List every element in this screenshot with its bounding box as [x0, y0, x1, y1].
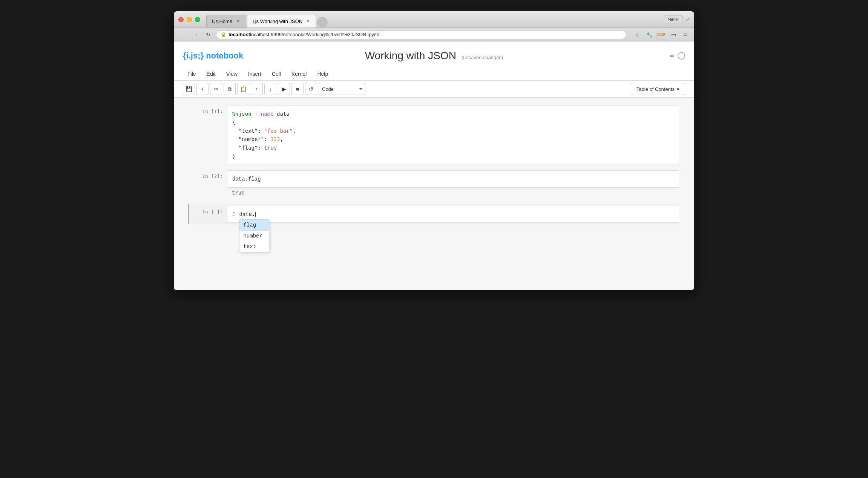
toc-button[interactable]: Table of Contents ▾: [631, 83, 685, 95]
cell-2-input-area: data.flag true: [227, 170, 679, 198]
maximize-button[interactable]: [195, 17, 200, 22]
cell-2-prompt: In [2]:: [189, 170, 223, 179]
url-text: localhostlocalhost:9999/notebooks/Workin…: [229, 32, 379, 37]
cell-2-output: true: [227, 188, 679, 198]
toolbar: 💾 + ✂ ⧉ 📋 ↑ ↓ ▶ ■ ↺ Code Markdown Raw NB…: [174, 81, 694, 98]
cell-2-code[interactable]: data.flag: [227, 170, 679, 187]
forward-button[interactable]: →: [190, 30, 200, 40]
autocomplete-item-flag[interactable]: flag: [239, 220, 269, 230]
cell-3-code[interactable]: 1 data. flag number text: [227, 206, 679, 223]
url-bar: ← → ↻ 🔒 localhostlocalhost:9999/notebook…: [174, 28, 694, 41]
cell-3-code-area: data. flag number text: [239, 210, 256, 219]
new-tab-button[interactable]: [317, 17, 328, 28]
move-down-button[interactable]: ↓: [264, 83, 276, 95]
move-up-button[interactable]: ↑: [251, 83, 263, 95]
window-maximize-icon[interactable]: ⤢: [686, 17, 690, 22]
cell-type-select[interactable]: Code Markdown Raw NBConvert Heading: [319, 83, 365, 95]
menu-view[interactable]: View: [222, 69, 242, 78]
circle-icon[interactable]: [678, 52, 685, 60]
cell-1-input-area: %%json --name data { "text": "foo bar", …: [227, 106, 679, 164]
autocomplete-item-number[interactable]: number: [239, 231, 269, 241]
lock-icon: 🔒: [221, 32, 226, 37]
notebook-title: Working with JSON (unsaved changes): [365, 50, 503, 62]
cell-3-prompt: In [ ]:: [189, 206, 223, 214]
close-button[interactable]: [178, 17, 184, 22]
cut-button[interactable]: ✂: [210, 83, 222, 95]
menu-file[interactable]: File: [183, 69, 201, 78]
tab-json[interactable]: i.js Working with JSON ✕: [247, 15, 316, 28]
extensions-icon[interactable]: 🔧: [644, 30, 654, 40]
notebook-area: {i.js;} notebook Working with JSON (unsa…: [174, 41, 694, 290]
minimize-button[interactable]: [187, 17, 192, 22]
cell-2: In [2]: data.flag true: [189, 170, 679, 198]
url-field[interactable]: 🔒 localhostlocalhost:9999/notebooks/Work…: [216, 30, 626, 39]
copy-button[interactable]: ⧉: [224, 83, 236, 95]
cell-1: In [1]: %%json --name data { "text": "fo…: [189, 106, 679, 164]
autocomplete-dropdown[interactable]: flag number text: [239, 219, 269, 252]
add-cell-button[interactable]: +: [196, 83, 209, 95]
pencil-icon[interactable]: ✏: [670, 52, 675, 60]
tab-home[interactable]: i.js Home ✕: [206, 15, 246, 28]
cell-3: In [ ]: 1 data. flag number text: [188, 204, 679, 224]
menu-help[interactable]: Help: [313, 69, 333, 78]
edit-tools: ✏: [670, 52, 685, 60]
menu-bar: File Edit View Insert Cell Kernel Help: [183, 68, 685, 80]
menu-kernel[interactable]: Kernel: [287, 69, 311, 78]
cell-1-prompt: In [1]:: [189, 106, 223, 114]
unsaved-changes-badge: (unsaved changes): [462, 55, 503, 60]
traffic-lights: [178, 17, 200, 22]
paste-button[interactable]: 📋: [237, 83, 249, 95]
notebook-title-row: {i.js;} notebook Working with JSON (unsa…: [183, 47, 685, 68]
title-bar: i.js Home ✕ i.js Working with JSON ✕ Nik…: [174, 11, 694, 28]
interrupt-button[interactable]: ■: [291, 83, 304, 95]
autocomplete-item-text[interactable]: text: [239, 241, 269, 252]
user-label: Nikhil: [664, 15, 683, 23]
logo-text: {i.js;}: [183, 51, 206, 60]
notebook-header: {i.js;} notebook Working with JSON (unsa…: [174, 41, 694, 81]
menu-icon[interactable]: ≡: [681, 30, 690, 40]
menu-cell[interactable]: Cell: [267, 69, 285, 78]
cast-icon[interactable]: ▭: [669, 30, 678, 40]
tab-home-close[interactable]: ✕: [235, 19, 241, 24]
save-button[interactable]: 💾: [183, 83, 195, 95]
notebook-logo: {i.js;} notebook: [183, 51, 243, 61]
reload-button[interactable]: ↻: [203, 30, 213, 40]
tab-home-label: i.js Home: [212, 18, 232, 24]
css-icon[interactable]: CSS: [656, 30, 666, 40]
tabs-bar: i.js Home ✕ i.js Working with JSON ✕: [206, 11, 664, 28]
logo-notebook: notebook: [206, 51, 243, 60]
cell-1-code[interactable]: %%json --name data { "text": "foo bar", …: [227, 106, 679, 164]
cell-3-lineno: 1: [232, 210, 235, 218]
back-button[interactable]: ←: [178, 30, 187, 40]
restart-button[interactable]: ↺: [305, 83, 317, 95]
tab-json-close[interactable]: ✕: [305, 19, 311, 24]
toc-chevron-icon: ▾: [677, 86, 679, 92]
bookmark-icon[interactable]: ☆: [632, 30, 642, 40]
browser-toolbar-right: ☆ 🔧 CSS ▭ ≡: [632, 30, 690, 40]
cell-3-input-area: 1 data. flag number text: [227, 206, 679, 223]
run-button[interactable]: ▶: [278, 83, 290, 95]
notebook-content: In [1]: %%json --name data { "text": "fo…: [174, 98, 694, 238]
menu-edit[interactable]: Edit: [202, 69, 220, 78]
tab-json-label: i.js Working with JSON: [253, 18, 302, 24]
toc-label: Table of Contents: [636, 86, 675, 92]
menu-insert[interactable]: Insert: [244, 69, 266, 78]
